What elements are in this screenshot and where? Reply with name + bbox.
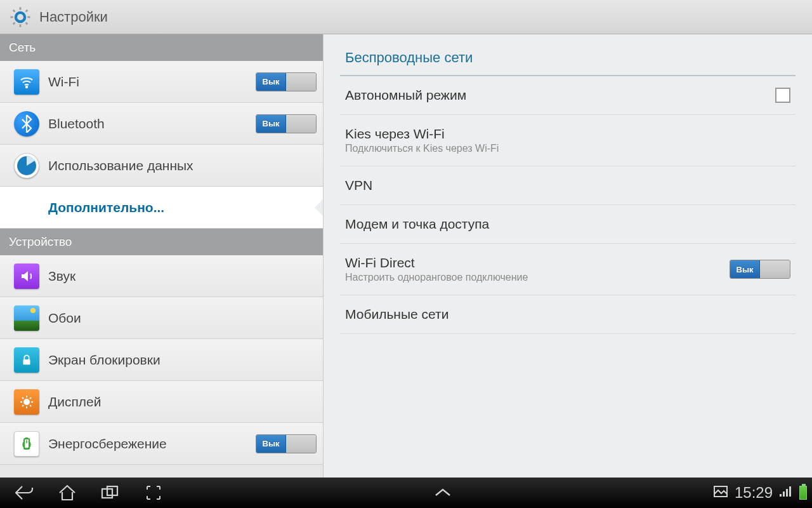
svg-rect-11 xyxy=(23,359,30,364)
sound-icon xyxy=(14,264,39,289)
power-saving-icon xyxy=(14,431,39,457)
svg-line-5 xyxy=(13,10,15,11)
detail-item-airplane-mode[interactable]: Автономный режим xyxy=(340,76,796,115)
wifi-toggle[interactable]: Вык xyxy=(256,72,317,91)
sidebar-label: Звук xyxy=(48,269,317,284)
sidebar-item-data-usage[interactable]: Использование данных xyxy=(0,145,323,187)
detail-title: Беспроводные сети xyxy=(340,34,796,76)
svg-rect-29 xyxy=(789,486,791,497)
svg-point-12 xyxy=(24,399,29,404)
signal-icon xyxy=(779,484,793,502)
section-header-network: Сеть xyxy=(0,34,323,61)
detail-item-title: Автономный режим xyxy=(345,88,763,103)
detail-pane: Беспроводные сети Автономный режим Kies … xyxy=(324,34,812,478)
wifi-icon xyxy=(14,69,39,95)
svg-line-7 xyxy=(13,22,15,24)
lock-icon xyxy=(14,347,39,373)
page-title: Настройки xyxy=(39,9,108,25)
svg-point-9 xyxy=(26,86,27,87)
svg-line-8 xyxy=(26,10,28,11)
gallery-icon xyxy=(713,484,728,502)
display-icon xyxy=(14,389,39,415)
home-button[interactable] xyxy=(48,480,86,505)
detail-item-title: Мобильные сети xyxy=(345,307,790,322)
detail-item-mobile-networks[interactable]: Мобильные сети xyxy=(340,295,796,334)
bluetooth-toggle[interactable]: Вык xyxy=(256,114,317,133)
settings-sidebar: Сеть Wi-Fi Вык Bluetooth Вык Использован… xyxy=(0,34,324,478)
sidebar-label: Использование данных xyxy=(48,158,317,173)
section-header-device: Устройство xyxy=(0,229,323,255)
detail-item-vpn[interactable]: VPN xyxy=(340,166,796,205)
sidebar-item-display[interactable]: Дисплей xyxy=(0,381,323,423)
wifi-direct-toggle[interactable]: Вык xyxy=(730,260,790,279)
sidebar-item-lockscreen[interactable]: Экран блокировки xyxy=(0,339,323,381)
svg-rect-28 xyxy=(786,489,788,497)
action-bar: Настройки xyxy=(0,0,812,34)
detail-item-title: Модем и точка доступа xyxy=(345,217,790,232)
sidebar-item-wallpaper[interactable]: Обои xyxy=(0,297,323,339)
detail-item-title: VPN xyxy=(345,178,790,193)
detail-item-kies[interactable]: Kies через Wi-Fi Подключиться к Kies чер… xyxy=(340,115,796,166)
sidebar-label: Обои xyxy=(48,311,317,326)
power-saving-toggle[interactable]: Вык xyxy=(256,434,317,453)
sidebar-label: Wi-Fi xyxy=(48,74,247,90)
svg-line-20 xyxy=(30,398,31,399)
sidebar-label: Bluetooth xyxy=(48,116,247,131)
back-button[interactable] xyxy=(5,480,43,505)
sidebar-label: Дополнительно... xyxy=(48,200,317,215)
detail-item-title: Wi-Fi Direct xyxy=(345,255,717,271)
svg-line-6 xyxy=(26,22,28,24)
bluetooth-icon xyxy=(14,111,39,137)
sidebar-item-sound[interactable]: Звук xyxy=(0,255,323,297)
sidebar-item-more[interactable]: Дополнительно... xyxy=(0,187,323,229)
svg-line-17 xyxy=(22,398,23,399)
settings-gear-icon xyxy=(9,6,32,29)
expand-notifications-button[interactable] xyxy=(430,481,455,504)
svg-line-19 xyxy=(22,405,23,406)
sidebar-label: Экран блокировки xyxy=(48,352,317,368)
detail-item-title: Kies через Wi-Fi xyxy=(345,126,790,142)
detail-item-wifi-direct[interactable]: Wi-Fi Direct Настроить одноранговое подк… xyxy=(340,244,796,295)
airplane-mode-checkbox[interactable] xyxy=(775,88,790,103)
battery-icon xyxy=(799,486,807,500)
recent-apps-button[interactable] xyxy=(91,480,129,505)
navigation-bar: 15:29 xyxy=(0,478,812,508)
detail-item-tethering[interactable]: Модем и точка доступа xyxy=(340,205,796,244)
data-usage-icon xyxy=(14,153,39,178)
svg-line-18 xyxy=(30,405,31,406)
detail-item-subtitle: Подключиться к Kies через Wi-Fi xyxy=(345,143,790,154)
screenshot-button[interactable] xyxy=(134,480,173,505)
sidebar-item-power-saving[interactable]: Энергосбережение Вык xyxy=(0,423,323,465)
sidebar-label: Энергосбережение xyxy=(48,436,247,451)
svg-rect-22 xyxy=(25,438,28,439)
svg-point-0 xyxy=(16,12,25,21)
status-area[interactable]: 15:29 xyxy=(713,484,807,502)
sidebar-item-bluetooth[interactable]: Bluetooth Вык xyxy=(0,103,323,145)
wallpaper-icon xyxy=(14,305,39,331)
svg-rect-26 xyxy=(780,494,782,497)
detail-item-subtitle: Настроить одноранговое подключение xyxy=(345,272,717,283)
svg-rect-27 xyxy=(783,491,785,497)
sidebar-item-wifi[interactable]: Wi-Fi Вык xyxy=(0,61,323,103)
clock-time: 15:29 xyxy=(735,484,773,502)
sidebar-label: Дисплей xyxy=(48,394,317,410)
